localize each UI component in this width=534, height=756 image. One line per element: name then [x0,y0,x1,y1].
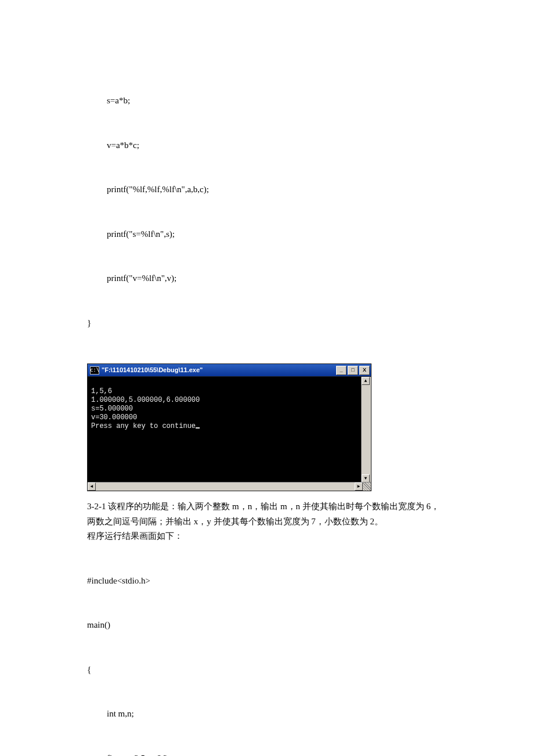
code-block-1: s=a*b; v=a*b*c; printf("%lf,%lf,%lf\n",a… [87,64,447,360]
scroll-up-icon[interactable]: ▲ [362,377,370,385]
vertical-scrollbar[interactable]: ▲ ▼ [361,377,371,483]
scroll-left-icon[interactable]: ◄ [88,483,96,491]
code-line: int m,n; [87,707,447,722]
exercise-321-caption: 程序运行结果画面如下： [87,529,447,544]
code-line: float x=3.5,y=6.2; [87,751,447,757]
console-line: v=30.000000 [91,413,137,422]
code-line: v=a*b*c; [87,138,447,153]
horizontal-scrollbar[interactable]: ◄ ► [88,482,371,491]
document-page: s=a*b; v=a*b*c; printf("%lf,%lf,%lf\n",a… [0,0,534,756]
close-button[interactable]: X [359,366,370,375]
console-line: s=5.000000 [91,405,133,413]
resize-grip-icon[interactable] [363,483,371,491]
console-line: 1,5,6 [91,387,112,395]
titlebar: c:\ "F:\1101410210\55\Debug\11.exe" _ □ … [87,363,371,376]
code-line: printf("%lf,%lf,%lf\n",a,b,c); [87,182,447,197]
exercise-321-description: 3-2-1 该程序的功能是：输入两个整数 m，n，输出 m，n 并使其输出时每个… [87,499,447,529]
maximize-button[interactable]: □ [348,366,358,375]
console-line: 1.000000,5.000000,6.000000 [91,396,200,404]
code-line: printf("s=%lf\n",s); [87,227,447,242]
code-block-2: #include<stdio.h> main() { int m,n; floa… [87,544,447,757]
code-line: } [87,316,447,331]
code-line: main() [87,618,447,633]
window-buttons: _ □ X [336,366,370,375]
cmd-icon: c:\ [90,366,99,375]
window-title: "F:\1101410210\55\Debug\11.exe" [102,365,336,376]
console-output: 1,5,6 1.000000,5.000000,6.000000 s=5.000… [87,376,371,491]
scroll-right-icon[interactable]: ► [355,483,363,491]
scroll-down-icon[interactable]: ▼ [362,474,370,483]
code-line: printf("v=%lf\n",v); [87,271,447,286]
minimize-button[interactable]: _ [336,366,347,375]
cursor-icon [196,427,200,429]
code-line: #include<stdio.h> [87,574,447,589]
code-line: s=a*b; [87,93,447,109]
code-line: { [87,663,447,678]
console-line: Press any key to continue [91,422,196,430]
console-window-1: c:\ "F:\1101410210\55\Debug\11.exe" _ □ … [87,363,371,491]
